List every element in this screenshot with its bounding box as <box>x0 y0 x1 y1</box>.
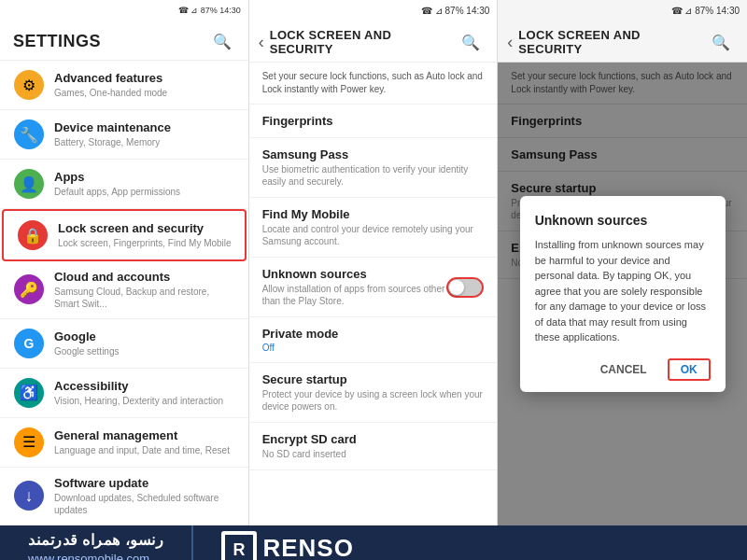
find-mobile-sub: Locate and control your device remotely … <box>262 223 485 247</box>
dialog-ok-button[interactable]: OK <box>668 358 711 381</box>
update-sub: Download updates, Scheduled software upd… <box>54 492 235 516</box>
lock-security-search-button[interactable]: 🔍 <box>458 29 484 55</box>
settings-item-apps[interactable]: 👤 Apps Default apps, App permissions <box>0 160 248 209</box>
lock-icon: 🔒 <box>18 220 48 250</box>
status-text-mid: ☎ ⊿ 87% 14:30 <box>421 6 489 16</box>
secure-startup-title: Secure startup <box>262 372 485 386</box>
screens-row: ☎ ⊿ 87% 14:30 SETTINGS 🔍 ⚙ Advanced feat… <box>0 0 747 525</box>
settings-item-cloud[interactable]: 🔑 Cloud and accounts Samsung Cloud, Back… <box>0 261 248 319</box>
advanced-title: Advanced features <box>54 71 167 87</box>
apps-text: Apps Default apps, App permissions <box>54 170 180 198</box>
general-title: General management <box>54 428 230 444</box>
device-icon-wrap: 🔧 <box>13 119 45 150</box>
device-text: Device maintenance Battery, Storage, Mem… <box>54 120 171 148</box>
back-button-mid[interactable]: ‹ <box>259 33 264 52</box>
apps-icon-wrap: 👤 <box>13 168 45 200</box>
cloud-icon: 🔑 <box>14 274 44 304</box>
lock-security-content: Set your secure lock functions, such as … <box>249 63 498 525</box>
settings-header: SETTINGS 🔍 <box>0 21 248 61</box>
secure-startup-item[interactable]: Secure startup Protect your device by us… <box>249 363 498 423</box>
encrypt-sd-sub: No SD card inserted <box>262 448 485 460</box>
dialog-body: Installing from unknown sources may be h… <box>535 237 711 345</box>
footer-url: www.rensomobile.com <box>28 552 149 560</box>
encrypt-sd-title: Encrypt SD card <box>262 432 485 446</box>
unknown-sources-left: Unknown sources Allow installation of ap… <box>262 267 447 307</box>
accessibility-icon-wrap: ♿ <box>13 377 45 409</box>
samsung-pass-sub: Use biometric authentication to verify y… <box>262 163 485 188</box>
google-icon: G <box>14 329 44 358</box>
settings-item-google[interactable]: G Google Google settings <box>0 319 248 369</box>
settings-item-device[interactable]: 🔧 Device maintenance Battery, Storage, M… <box>0 110 248 160</box>
back-button-right[interactable]: ‹ <box>507 33 513 52</box>
settings-item-lock[interactable]: 🔒 Lock screen and security Lock screen, … <box>2 209 247 261</box>
right-panel-content: Set your secure lock functions, such as … <box>498 63 747 525</box>
settings-title: SETTINGS <box>13 32 101 51</box>
samsung-pass-item[interactable]: Samsung Pass Use biometric authenticatio… <box>249 138 498 198</box>
google-sub: Google settings <box>54 345 120 357</box>
unknown-sources-toggle[interactable] <box>446 277 484 298</box>
settings-panel: ☎ ⊿ 87% 14:30 SETTINGS 🔍 ⚙ Advanced feat… <box>0 0 249 525</box>
unknown-sources-dialog: Unknown sources Installing from unknown … <box>520 196 726 392</box>
status-bar-right: ☎ ⊿ 87% 14:30 <box>498 0 747 21</box>
logo-text: RENSO <box>262 534 353 560</box>
lock-security-panel: ☎ ⊿ 87% 14:30 ‹ LOCK SCREEN AND SECURITY… <box>249 0 499 525</box>
google-icon-wrap: G <box>13 328 45 359</box>
find-mobile-title: Find My Mobile <box>262 207 485 221</box>
footer: رنسو، همراه قدرتمند www.rensomobile.com … <box>0 525 747 560</box>
unknown-sources-item[interactable]: Unknown sources Allow installation of ap… <box>249 258 498 317</box>
footer-fa-text: رنسو، همراه قدرتمند <box>28 531 163 549</box>
cloud-text: Cloud and accounts Samsung Cloud, Backup… <box>54 270 235 310</box>
private-mode-sub: Off <box>262 343 485 353</box>
secure-startup-sub: Protect your device by using a screen lo… <box>262 388 485 413</box>
settings-search-button[interactable]: 🔍 <box>209 28 235 54</box>
device-sub: Battery, Storage, Memory <box>54 136 171 148</box>
app-frame: ☎ ⊿ 87% 14:30 SETTINGS 🔍 ⚙ Advanced feat… <box>0 0 747 560</box>
cloud-icon-wrap: 🔑 <box>13 273 45 305</box>
accessibility-text: Accessibility Vision, Hearing, Dexterity… <box>54 379 223 407</box>
settings-item-accessibility[interactable]: ♿ Accessibility Vision, Hearing, Dexteri… <box>0 369 248 418</box>
advanced-sub: Games, One-handed mode <box>54 87 167 99</box>
update-title: Software update <box>54 476 235 492</box>
google-text: Google Google settings <box>54 329 120 357</box>
footer-text-block: رنسو، همراه قدرتمند www.rensomobile.com <box>28 531 163 560</box>
accessibility-icon: ♿ <box>14 378 44 408</box>
device-title: Device maintenance <box>54 120 171 136</box>
dialog-buttons: CANCEL OK <box>535 358 711 381</box>
update-text: Software update Download updates, Schedu… <box>54 476 235 516</box>
footer-divider <box>191 525 193 560</box>
advanced-text: Advanced features Games, One-handed mode <box>54 71 167 99</box>
advanced-icon-wrap: ⚙ <box>13 69 45 101</box>
apps-title: Apps <box>54 170 180 186</box>
general-text: General management Language and input, D… <box>54 428 230 456</box>
find-mobile-item[interactable]: Find My Mobile Locate and control your d… <box>249 198 498 258</box>
unknown-sources-dialog-overlay: Unknown sources Installing from unknown … <box>498 63 747 525</box>
renso-logo-icon: R <box>225 535 253 560</box>
settings-item-advanced[interactable]: ⚙ Advanced features Games, One-handed mo… <box>0 61 248 110</box>
apps-icon: 👤 <box>14 169 44 199</box>
cloud-title: Cloud and accounts <box>54 270 235 286</box>
unknown-sources-sub: Allow installation of apps from sources … <box>262 283 447 307</box>
apps-sub: Default apps, App permissions <box>54 186 180 198</box>
svg-text:R: R <box>233 540 246 559</box>
samsung-pass-title: Samsung Pass <box>262 147 485 161</box>
status-text-left: ☎ ⊿ 87% 14:30 <box>178 6 241 15</box>
general-icon-wrap: ☰ <box>13 427 45 458</box>
dialog-cancel-button[interactable]: CANCEL <box>587 358 660 381</box>
status-bar-mid: ☎ ⊿ 87% 14:30 <box>249 0 498 21</box>
settings-item-update[interactable]: ↓ Software update Download updates, Sche… <box>0 468 248 525</box>
lock-icon-wrap: 🔒 <box>17 219 49 251</box>
status-bar-left: ☎ ⊿ 87% 14:30 <box>0 0 248 21</box>
google-title: Google <box>54 329 120 345</box>
lock-security-search-right[interactable]: 🔍 <box>708 29 734 55</box>
encrypt-sd-item[interactable]: Encrypt SD card No SD card inserted <box>249 423 498 470</box>
logo-icon-box: R <box>221 531 257 560</box>
update-icon: ↓ <box>14 481 44 511</box>
dialog-title: Unknown sources <box>535 213 711 228</box>
lock-security-title: LOCK SCREEN AND SECURITY <box>270 28 453 56</box>
private-mode-item[interactable]: Private mode Off <box>249 317 498 363</box>
lock-text: Lock screen and security Lock screen, Fi… <box>58 221 232 249</box>
device-icon: 🔧 <box>14 119 44 149</box>
settings-item-general[interactable]: ☰ General management Language and input,… <box>0 418 248 468</box>
fingerprints-item[interactable]: Fingerprints <box>249 105 498 138</box>
general-icon: ☰ <box>14 427 44 457</box>
